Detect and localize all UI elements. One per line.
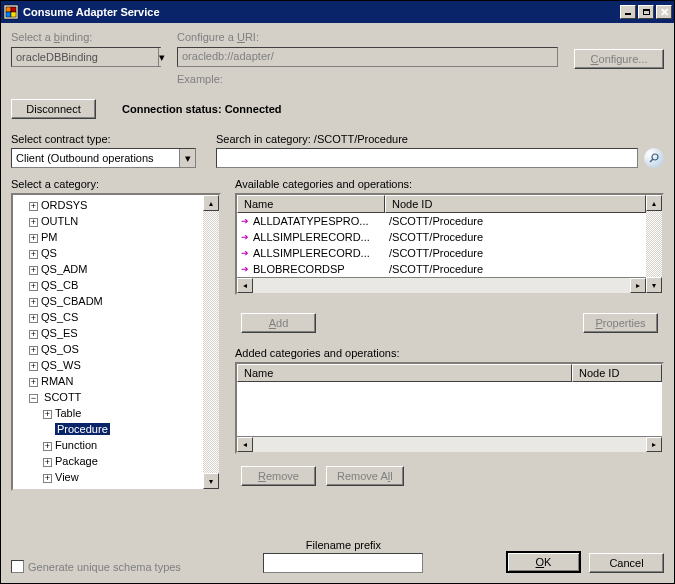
available-listview[interactable]: Name Node ID ALLDATATYPESPRO.../SCOTT/Pr…	[235, 193, 664, 295]
operation-icon	[241, 264, 251, 274]
expand-icon[interactable]: +	[29, 330, 38, 339]
tree-node[interactable]: +QS	[29, 245, 203, 261]
horizontal-scrollbar[interactable]: ◂ ▸	[237, 277, 646, 293]
list-item[interactable]: BLOBRECORDSP/SCOTT/Procedure	[237, 261, 646, 277]
tree-node[interactable]: +QS_CBADM	[29, 293, 203, 309]
col-nodeid[interactable]: Node ID	[572, 364, 662, 382]
contract-value[interactable]	[12, 149, 179, 167]
expand-icon[interactable]: +	[43, 410, 52, 419]
configure-uri-label: Configure a URI:	[177, 31, 558, 43]
listview-header[interactable]: Name Node ID	[237, 364, 662, 382]
disconnect-button[interactable]: Disconnect	[11, 99, 96, 119]
add-button[interactable]: Add	[241, 313, 316, 333]
svg-rect-1	[6, 7, 11, 12]
expand-icon[interactable]: +	[29, 250, 38, 259]
filename-prefix-label: Filename prefix	[189, 539, 498, 551]
list-item[interactable]: ALLSIMPLERECORD.../SCOTT/Procedure	[237, 229, 646, 245]
search-category-label: Search in category: /SCOTT/Procedure	[216, 133, 664, 145]
added-label: Added categories and operations:	[235, 347, 664, 359]
tree-node[interactable]: +Package	[43, 453, 203, 469]
vertical-scrollbar[interactable]: ▴ ▾	[203, 195, 219, 489]
svg-rect-4	[11, 12, 16, 17]
svg-rect-3	[6, 12, 11, 17]
expand-icon[interactable]: +	[29, 362, 38, 371]
category-tree[interactable]: +ORDSYS+OUTLN+PM+QS+QS_ADM+QS_CB+QS_CBAD…	[11, 193, 221, 491]
collapse-icon[interactable]: −	[29, 394, 38, 403]
expand-icon[interactable]: +	[43, 474, 52, 483]
tree-node[interactable]: +PM	[29, 229, 203, 245]
scroll-left-icon[interactable]: ◂	[237, 437, 253, 452]
expand-icon[interactable]: +	[29, 314, 38, 323]
properties-button[interactable]: Properties	[583, 313, 658, 333]
window-title: Consume Adapter Service	[23, 6, 618, 18]
minimize-button[interactable]	[620, 5, 636, 19]
gen-schema-checkbox[interactable]: Generate unique schema types	[11, 560, 181, 573]
scroll-down-icon[interactable]: ▾	[203, 473, 219, 489]
operation-icon	[241, 232, 251, 242]
expand-icon[interactable]: +	[29, 266, 38, 275]
tree-node[interactable]: +Function	[43, 437, 203, 453]
remove-all-button[interactable]: Remove All	[326, 466, 404, 486]
search-icon[interactable]	[644, 148, 664, 168]
expand-icon[interactable]: +	[43, 442, 52, 451]
expand-icon[interactable]: +	[29, 218, 38, 227]
tree-node[interactable]: + SH	[29, 485, 203, 489]
scroll-right-icon[interactable]: ▸	[630, 278, 646, 293]
filename-prefix-input[interactable]	[263, 553, 423, 573]
tree-node[interactable]: +RMAN	[29, 373, 203, 389]
tree-node[interactable]: +Table	[43, 405, 203, 421]
expand-icon[interactable]: +	[29, 298, 38, 307]
select-contract-label: Select contract type:	[11, 133, 196, 145]
chevron-down-icon[interactable]: ▾	[179, 149, 195, 167]
tree-node[interactable]: − SCOTT +TableProcedure+Function+Package…	[29, 389, 203, 485]
configure-button[interactable]: Configure...	[574, 49, 664, 69]
expand-icon[interactable]: +	[29, 346, 38, 355]
tree-node[interactable]: +OUTLN	[29, 213, 203, 229]
tree-node[interactable]: +QS_CS	[29, 309, 203, 325]
operation-icon	[241, 216, 251, 226]
scroll-down-icon[interactable]: ▾	[646, 277, 662, 293]
list-item[interactable]: ALLSIMPLERECORD.../SCOTT/Procedure	[237, 245, 646, 261]
tree-node[interactable]: +QS_CB	[29, 277, 203, 293]
tree-node[interactable]: +View	[43, 469, 203, 485]
expand-icon[interactable]: +	[29, 234, 38, 243]
scroll-up-icon[interactable]: ▴	[646, 195, 662, 211]
scroll-right-icon[interactable]: ▸	[646, 437, 662, 452]
list-item[interactable]: ALLDATATYPESPRO.../SCOTT/Procedure	[237, 213, 646, 229]
horizontal-scrollbar[interactable]: ◂ ▸	[237, 436, 662, 452]
search-input[interactable]	[216, 148, 638, 168]
titlebar: Consume Adapter Service ✕	[1, 1, 674, 23]
chevron-down-icon[interactable]: ▾	[158, 48, 165, 66]
maximize-button[interactable]	[638, 5, 654, 19]
binding-combo[interactable]: ▾	[11, 47, 161, 67]
col-nodeid[interactable]: Node ID	[385, 195, 646, 213]
listview-header[interactable]: Name Node ID	[237, 195, 646, 213]
scroll-up-icon[interactable]: ▴	[203, 195, 219, 211]
expand-icon[interactable]: +	[29, 282, 38, 291]
tree-node[interactable]: Procedure	[43, 421, 203, 437]
contract-combo[interactable]: ▾	[11, 148, 196, 168]
cancel-button[interactable]: Cancel	[589, 553, 664, 573]
select-binding-label: Select a binding:	[11, 31, 161, 43]
checkbox-icon[interactable]	[11, 560, 24, 573]
svg-rect-2	[11, 7, 16, 12]
vertical-scrollbar[interactable]: ▴ ▾	[646, 195, 662, 293]
select-category-label: Select a category:	[11, 178, 221, 190]
remove-button[interactable]: Remove	[241, 466, 316, 486]
tree-node[interactable]: +QS_ES	[29, 325, 203, 341]
tree-node[interactable]: +QS_ADM	[29, 261, 203, 277]
tree-node[interactable]: +QS_OS	[29, 341, 203, 357]
ok-button[interactable]: OK	[506, 551, 581, 573]
col-name[interactable]: Name	[237, 195, 385, 213]
col-name[interactable]: Name	[237, 364, 572, 382]
tree-node[interactable]: +ORDSYS	[29, 197, 203, 213]
svg-point-5	[652, 154, 658, 160]
expand-icon[interactable]: +	[43, 458, 52, 467]
tree-node[interactable]: +QS_WS	[29, 357, 203, 373]
scroll-left-icon[interactable]: ◂	[237, 278, 253, 293]
added-listview[interactable]: Name Node ID ◂ ▸	[235, 362, 664, 454]
close-button[interactable]: ✕	[656, 5, 672, 19]
expand-icon[interactable]: +	[29, 202, 38, 211]
binding-value[interactable]	[12, 48, 158, 66]
expand-icon[interactable]: +	[29, 378, 38, 387]
